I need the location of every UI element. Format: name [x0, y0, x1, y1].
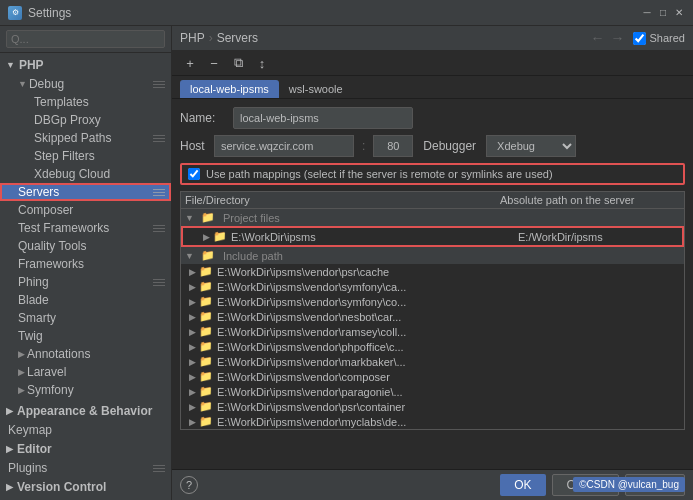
sidebar-item-test-frameworks[interactable]: Test Frameworks: [0, 219, 171, 237]
window-controls[interactable]: ─ □ ✕: [641, 7, 685, 19]
include-row-label: E:\WorkDir\ipsms\vendor\phpoffice\c...: [217, 341, 404, 353]
sidebar-item-skipped-paths[interactable]: Skipped Paths: [0, 129, 171, 147]
include-row-folder-icon: 📁: [199, 355, 213, 368]
back-arrow-icon[interactable]: ←: [589, 30, 607, 46]
table-row[interactable]: ▶ 📁 E:\WorkDir\ipsms\vendor\psr\cache: [181, 264, 684, 279]
row-folder-icon: 📁: [213, 230, 227, 243]
copy-server-button[interactable]: ⧉: [228, 54, 248, 72]
table-row[interactable]: ▶ 📁 E:\WorkDir\ipsms\vendor\phpoffice\c.…: [181, 339, 684, 354]
include-row-arrow-icon: ▶: [189, 267, 196, 277]
table-row[interactable]: ▶ 📁 E:\WorkDir\ipsms\vendor\myclabs\de..…: [181, 414, 684, 429]
phing-lines-icon: [153, 279, 165, 286]
include-row-label: E:\WorkDir\ipsms\vendor\composer: [217, 371, 390, 383]
sidebar-item-smarty[interactable]: Smarty: [0, 309, 171, 327]
shared-label: Shared: [650, 32, 685, 44]
include-row-folder-icon: 📁: [199, 340, 213, 353]
include-row-folder-icon: 📁: [199, 325, 213, 338]
content-area: Name: Host : Debugger Xdebug Zend Debugg…: [172, 99, 693, 469]
move-server-button[interactable]: ↕: [252, 54, 272, 72]
sidebar-item-blade[interactable]: Blade: [0, 291, 171, 309]
symfony-arrow-icon: ▶: [18, 385, 25, 395]
test-lines-icon: [153, 225, 165, 232]
path-mappings-checkbox[interactable]: [188, 168, 200, 180]
sidebar-item-dbgp-proxy[interactable]: DBGp Proxy: [0, 111, 171, 129]
forward-arrow-icon[interactable]: →: [609, 30, 627, 46]
close-button[interactable]: ✕: [673, 7, 685, 19]
sidebar-item-label: Step Filters: [34, 149, 165, 163]
name-row: Name:: [180, 107, 685, 129]
minimize-button[interactable]: ─: [641, 7, 653, 19]
table-row[interactable]: ▶ 📁 E:\WorkDir\ipsms\vendor\psr\containe…: [181, 399, 684, 414]
sidebar-item-label: Version Control: [17, 480, 106, 494]
tab-local-web-ipsms[interactable]: local-web-ipsms: [180, 80, 279, 98]
sidebar-item-phing[interactable]: Phing: [0, 273, 171, 291]
app-icon: ⚙: [8, 6, 22, 20]
include-row-arrow-icon: ▶: [189, 282, 196, 292]
sidebar-item-laravel[interactable]: ▶ Laravel: [0, 363, 171, 381]
include-row-arrow-icon: ▶: [189, 387, 196, 397]
sidebar-item-plugins[interactable]: Plugins: [0, 459, 171, 477]
table-row[interactable]: ▶ 📁 E:\WorkDir\ipsms\vendor\markbaker\..…: [181, 354, 684, 369]
table-row[interactable]: ▶ 📁 E:\WorkDir\ipsms E:/WorkDir/ipsms: [181, 226, 684, 247]
row-arrow-icon: ▶: [203, 232, 210, 242]
servers-lines-icon: [153, 189, 165, 196]
table-row[interactable]: ▶ 📁 E:\WorkDir\ipsms\vendor\symfony\ca..…: [181, 279, 684, 294]
port-input[interactable]: [373, 135, 413, 157]
panel-header: PHP › Servers ← → Shared: [172, 26, 693, 51]
sidebar-item-quality-tools[interactable]: Quality Tools: [0, 237, 171, 255]
panel-toolbar: + − ⧉ ↕: [172, 51, 693, 76]
sidebar-item-xdebug-cloud[interactable]: Xdebug Cloud: [0, 165, 171, 183]
sidebar: ▼ PHP ▼ Debug Templates DBGp Proxy Skipp…: [0, 26, 172, 500]
name-input[interactable]: [233, 107, 413, 129]
sidebar-item-version-control[interactable]: ▶ Version Control: [0, 477, 171, 497]
sidebar-item-symfony[interactable]: ▶ Symfony: [0, 381, 171, 399]
sidebar-item-keymap[interactable]: Keymap: [0, 421, 171, 439]
sidebar-section-php: ▼ PHP ▼ Debug Templates DBGp Proxy Skipp…: [0, 53, 171, 401]
include-arrow-icon: ▼: [185, 251, 194, 261]
include-row-arrow-icon: ▶: [189, 357, 196, 367]
sidebar-item-php[interactable]: ▼ PHP: [0, 55, 171, 75]
sidebar-item-composer[interactable]: Composer: [0, 201, 171, 219]
sidebar-item-editor[interactable]: ▶ Editor: [0, 439, 171, 459]
breadcrumb: PHP › Servers: [180, 31, 258, 45]
maximize-button[interactable]: □: [657, 7, 669, 19]
sidebar-item-servers[interactable]: Servers: [0, 183, 171, 201]
debugger-select[interactable]: Xdebug Zend Debugger: [486, 135, 576, 157]
project-files-label: Project files: [223, 212, 280, 224]
include-row-label: E:\WorkDir\ipsms\vendor\symfony\ca...: [217, 281, 406, 293]
col2-header: Absolute path on the server: [500, 194, 680, 206]
php-arrow-icon: ▼: [6, 60, 15, 70]
sidebar-item-twig[interactable]: Twig: [0, 327, 171, 345]
sidebar-item-appearance[interactable]: ▶ Appearance & Behavior: [0, 401, 171, 421]
sidebar-item-frameworks[interactable]: Frameworks: [0, 255, 171, 273]
table-row[interactable]: ▶ 📁 E:\WorkDir\ipsms\vendor\symfony\co..…: [181, 294, 684, 309]
include-row-arrow-icon: ▶: [189, 342, 196, 352]
table-row[interactable]: ▶ 📁 E:\WorkDir\ipsms\vendor\composer: [181, 369, 684, 384]
include-row-arrow-icon: ▶: [189, 297, 196, 307]
col1-header: File/Directory: [185, 194, 500, 206]
include-row-arrow-icon: ▶: [189, 312, 196, 322]
host-label: Host: [180, 139, 210, 153]
help-button[interactable]: ?: [180, 476, 198, 494]
tab-wsl-swoole[interactable]: wsl-swoole: [279, 80, 353, 98]
include-row-arrow-icon: ▶: [189, 402, 196, 412]
ok-button[interactable]: OK: [500, 474, 545, 496]
table-row[interactable]: ▶ 📁 E:\WorkDir\ipsms\vendor\ramsey\coll.…: [181, 324, 684, 339]
table-row[interactable]: ▶ 📁 E:\WorkDir\ipsms\vendor\paragonie\..…: [181, 384, 684, 399]
include-row-arrow-icon: ▶: [189, 327, 196, 337]
remove-server-button[interactable]: −: [204, 54, 224, 72]
server-tabs: local-web-ipsms wsl-swoole: [172, 76, 693, 99]
sidebar-item-step-filters[interactable]: Step Filters: [0, 147, 171, 165]
sidebar-item-templates[interactable]: Templates: [0, 93, 171, 111]
sidebar-item-annotations[interactable]: ▶ Annotations: [0, 345, 171, 363]
include-row-arrow-icon: ▶: [189, 417, 196, 427]
shared-checkbox[interactable]: [633, 32, 646, 45]
sidebar-item-label: Smarty: [18, 311, 165, 325]
sidebar-item-debug[interactable]: ▼ Debug: [0, 75, 171, 93]
sidebar-item-label: Symfony: [27, 383, 165, 397]
host-input[interactable]: [214, 135, 354, 157]
sidebar-item-label: Appearance & Behavior: [17, 404, 152, 418]
add-server-button[interactable]: +: [180, 54, 200, 72]
search-input[interactable]: [6, 30, 165, 48]
table-row[interactable]: ▶ 📁 E:\WorkDir\ipsms\vendor\nesbot\car..…: [181, 309, 684, 324]
